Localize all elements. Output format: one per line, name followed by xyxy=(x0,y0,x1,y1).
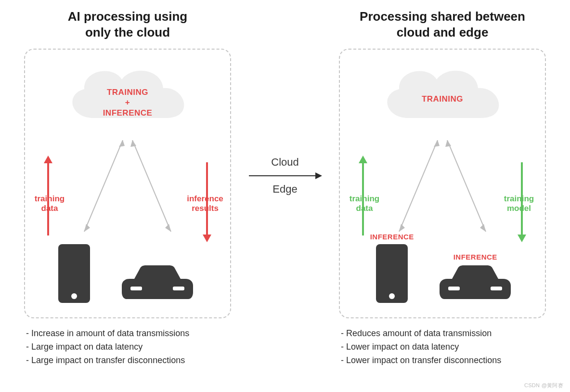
panel-cloud-edge: Processing shared betweencloud and edge … xyxy=(339,9,546,367)
bullet: - Increase in amount of data transmissio… xyxy=(26,327,231,340)
cross-arrows-left xyxy=(79,140,176,238)
car-icon xyxy=(436,264,515,303)
car-left xyxy=(118,253,197,305)
label-training-model: trainingmodel xyxy=(500,194,538,213)
phone-icon xyxy=(58,244,90,303)
label-training-data-green: trainingdata xyxy=(348,194,381,213)
title-right: Processing shared betweencloud and edge xyxy=(339,9,546,40)
label-training-data: trainingdata xyxy=(33,194,66,213)
bullet: - Lower impact on data latency xyxy=(341,340,546,354)
device-row-left xyxy=(25,233,230,305)
panel-cloud-only: AI processing usingonly the cloud TRAINI… xyxy=(24,9,231,367)
label-cloud: Cloud xyxy=(271,156,298,169)
diagram-root: AI processing usingonly the cloud TRAINI… xyxy=(0,0,570,367)
box-right: TRAINING trainingdata trainingmodel INFE… xyxy=(339,49,546,318)
label-inference-results: inferenceresults xyxy=(185,194,225,213)
cloud-label-left: TRAINING+INFERENCE xyxy=(103,87,153,118)
watermark: CSDN @黄阿赛 xyxy=(524,382,563,389)
bullets-left: - Increase in amount of data transmissio… xyxy=(24,327,231,367)
bullets-right: - Reduces amount of data transmission - … xyxy=(339,327,546,367)
phone-left xyxy=(58,233,90,305)
phone-right: INFERENCE xyxy=(370,233,414,305)
bullet: - Large impact on transfer disconnection… xyxy=(26,354,231,367)
box-left: TRAINING+INFERENCE trainingdata inferenc… xyxy=(24,49,231,318)
phone-inference-label: INFERENCE xyxy=(370,233,414,241)
car-right: INFERENCE xyxy=(436,253,515,305)
arrow-right-icon xyxy=(249,175,321,176)
bullet: - Large impact on data latency xyxy=(26,340,231,354)
device-row-right: INFERENCE INFERENCE xyxy=(340,233,545,305)
title-left: AI processing usingonly the cloud xyxy=(24,9,231,40)
center-divider: Cloud Edge xyxy=(244,153,326,198)
cross-arrows-right xyxy=(394,140,491,238)
phone-icon xyxy=(376,244,408,303)
car-inference-label: INFERENCE xyxy=(436,253,515,261)
label-edge: Edge xyxy=(272,183,297,196)
cloud-label-right: TRAINING xyxy=(422,94,463,104)
bullet: - Reduces amount of data transmission xyxy=(341,327,546,340)
bullet: - Lower impact on transfer disconnection… xyxy=(341,354,546,367)
car-icon xyxy=(118,264,197,303)
